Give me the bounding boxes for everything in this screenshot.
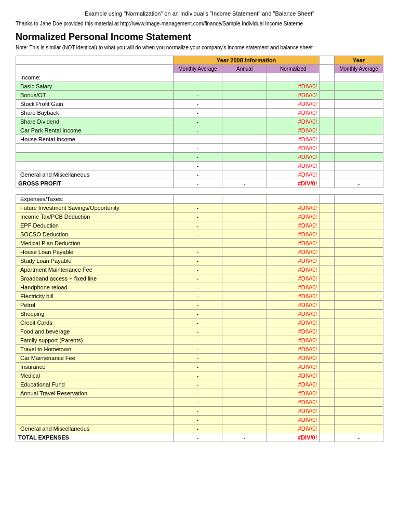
total-expenses-label: TOTAL EXPENSES	[16, 433, 174, 442]
income-general-misc: General and Miscellaneous	[16, 170, 174, 179]
exp-food-beverage: Food and beverage	[16, 327, 174, 336]
exp-credit-cards: Credit Cards	[16, 318, 174, 327]
page-title: Example using "Normalization" on an Indi…	[16, 10, 383, 17]
exp-car-maint: Car Maintenance Fee	[16, 354, 174, 363]
exp-handphone: Handphone reload	[16, 283, 174, 292]
exp-house-loan: House Loan Payable	[16, 248, 174, 257]
exp-epf: EPF Deduction	[16, 221, 174, 230]
exp-shopping: Shopping	[16, 310, 174, 318]
income-empty-1	[16, 144, 174, 153]
exp-medical: Medical	[16, 371, 174, 380]
monthly-avg-header: Monthly Average	[174, 65, 222, 73]
exp-educational-fund: Educational Fund	[16, 380, 174, 389]
exp-insurance: Insurance	[16, 363, 174, 371]
exp-empty-2	[16, 407, 174, 416]
exp-broadband: Broadband access + fixed line	[16, 274, 174, 283]
exp-general-misc: General and Miscellaneous	[16, 424, 174, 433]
expenses-table: Expenses/Taxes: Future Investment Saving…	[16, 194, 383, 442]
exp-empty-1	[16, 398, 174, 407]
income-empty-2	[16, 153, 174, 162]
exp-income-tax: Income Tax/PCB Deduction	[16, 212, 174, 221]
income-bonus-ot: Bonus/OT	[16, 91, 174, 100]
attribution: Thanks to Jane Doe provided this materia…	[16, 21, 383, 26]
exp-medical-plan: Medical Plan Deduction	[16, 239, 174, 248]
main-heading: Normalized Personal Income Statement	[16, 32, 383, 43]
income-car-park-rental: Car Park Rental Income	[16, 126, 174, 135]
normalized-header: Normalized	[267, 65, 320, 73]
exp-family-support: Family support (Parents)	[16, 336, 174, 345]
income-stock-profit: Stock Profit Gain	[16, 100, 174, 109]
income-share-buyback: Share Buyback	[16, 109, 174, 117]
income-basic-salary: Basic Salary	[16, 82, 174, 91]
income-share-dividend: Share Dividend	[16, 117, 174, 126]
gross-profit-label: GROSS PROFIT	[16, 179, 174, 188]
exp-petrol: Petrol	[16, 301, 174, 310]
annual-header: Annual	[222, 65, 267, 73]
exp-apartment-maint: Apartment Maintenance Fee	[16, 265, 174, 274]
monthly-avg-right-header: Monthly Average	[335, 65, 383, 73]
year2008-header: Year 2008 Information	[174, 56, 320, 65]
income-empty-3	[16, 162, 174, 170]
exp-study-loan: Study Loan Payable	[16, 257, 174, 265]
exp-electricity: Electricity bill	[16, 292, 174, 301]
exp-travel-hometown: Travel to Hometown	[16, 345, 174, 354]
expenses-label: Expenses/Taxes:	[16, 195, 174, 204]
income-label: Income:	[16, 73, 174, 82]
exp-future-investment: Future Investment Savings/Opportunity	[16, 204, 174, 212]
income-house-rental: House Rental Income	[16, 135, 174, 144]
year-right-header: Year	[335, 56, 383, 65]
exp-annual-travel: Annual Travel Reservation	[16, 389, 174, 398]
exp-empty-3	[16, 416, 174, 424]
exp-socso: SOCSO Deduction	[16, 230, 174, 239]
income-table: Year 2008 Information Year Monthly Avera…	[16, 56, 383, 188]
subtitle: Note: This is similar (NOT identical) to…	[16, 45, 383, 50]
